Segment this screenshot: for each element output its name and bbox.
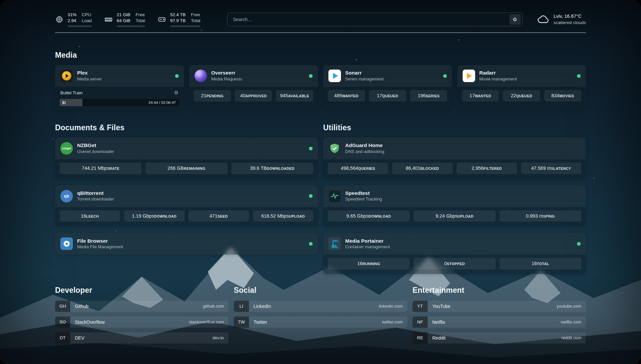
search-engine-button[interactable]: G xyxy=(509,14,521,25)
speedtest-header-link[interactable]: Speedtest Speedtest Tracking xyxy=(323,185,586,207)
overseerr-subtitle: Media Requests xyxy=(211,76,242,82)
bookmark-name: Twitter xyxy=(254,319,267,325)
stat-movies: 834MOVIES xyxy=(544,90,581,102)
qbittorrent-name: qBittorrent xyxy=(77,190,114,197)
portainer-crane-icon xyxy=(328,237,341,250)
plex-time: 24:44 / 02:06:47 xyxy=(148,101,179,105)
bookmark-netflix[interactable]: NF Netflix netflix.com xyxy=(412,317,586,328)
developer-bookmarks: Developer GH Github github.com SO StackO… xyxy=(55,286,229,348)
bookmark-url: github.com xyxy=(203,304,224,309)
portainer-status-dot xyxy=(577,242,581,246)
section-title-documents: Documents & Files xyxy=(55,123,318,132)
stat-stopped: 0STOPPED xyxy=(413,258,495,269)
bookmark-twitter[interactable]: TW Twitter twitter.com xyxy=(234,317,407,328)
cpu-label: CPU xyxy=(82,12,92,18)
filebrowser-header-link[interactable]: File Browser Media File Management xyxy=(55,233,318,255)
sonarr-subtitle: Series management xyxy=(345,76,383,82)
social-bookmarks: Social LI LinkedIn linkedin.com TW Twitt… xyxy=(234,286,407,348)
media-cards: Plex Media server Bullet Train ⚙ 24:44 /… xyxy=(55,65,586,110)
stars-decoration xyxy=(0,0,1,1)
plex-icon xyxy=(60,70,73,82)
radarr-name: Radarr xyxy=(479,70,517,76)
bookmark-dev[interactable]: DT DEV dev.to xyxy=(55,332,229,344)
bookmark-name: StackOverflow xyxy=(75,319,105,325)
bookmark-abbr: DT xyxy=(55,332,70,344)
qbittorrent-header-link[interactable]: qb qBittorrent Torrent downloader xyxy=(55,185,318,207)
bookmark-name: Reddit xyxy=(432,335,445,341)
disk-icon xyxy=(158,15,166,24)
weather-location-temp: Lviv, 16.87°C xyxy=(554,13,586,20)
memory-icon xyxy=(104,15,113,24)
portainer-subtitle: Container management xyxy=(345,244,390,250)
pause-icon[interactable] xyxy=(60,99,68,106)
disk-widget: 52.4 TB97.9 TB FreeTotal xyxy=(158,12,200,27)
stat-leech: 16LEECH xyxy=(60,210,120,222)
memory-total-value: 64 GiB xyxy=(117,18,130,24)
speedtest-waveform-icon xyxy=(328,190,341,202)
cpu-progress-bar xyxy=(68,25,92,27)
bookmark-abbr: LI xyxy=(234,301,249,312)
speedtest-subtitle: Speedtest Tracking xyxy=(345,197,382,202)
qbittorrent-subtitle: Torrent downloader xyxy=(77,197,114,202)
adguard-shield-icon xyxy=(328,142,341,155)
overseerr-name: Overseerr xyxy=(211,70,242,76)
bookmark-url: youtube.com xyxy=(557,304,581,309)
stat-wanted: 485WANTED xyxy=(328,90,365,102)
disk-progress-bar xyxy=(170,25,200,27)
disk-total-label: Total xyxy=(191,18,200,24)
cpu-load-label: Load xyxy=(82,18,92,24)
stat-running: 16RUNNING xyxy=(328,258,410,269)
search-bar: G xyxy=(227,13,522,26)
bookmark-github[interactable]: GH Github github.com xyxy=(55,301,229,312)
stat-series: 196SERIES xyxy=(410,90,447,102)
stat-download: 1.19 GbpsDOWNLOAD xyxy=(124,210,184,222)
entertainment-bookmarks: Entertainment YT YouTube youtube.com NF … xyxy=(412,286,586,348)
portainer-name: Media Portainer xyxy=(345,238,390,244)
bookmark-youtube[interactable]: YT YouTube youtube.com xyxy=(412,301,586,312)
stat-queued: 17QUEUED xyxy=(369,90,406,102)
card-plex: Plex Media server Bullet Train ⚙ 24:44 /… xyxy=(55,65,184,110)
adguard-header-link[interactable]: AdGuard Home DNS and adblocking xyxy=(323,137,586,159)
radarr-header-link[interactable]: Radarr Movie management xyxy=(457,65,586,87)
stat-remaining: 266 GBREMAINING xyxy=(145,163,227,174)
card-sonarr: Sonarr Series management 485WANTED 17QUE… xyxy=(323,65,452,110)
card-speedtest: Speedtest Speedtest Tracking 9.65 GbpsDO… xyxy=(323,185,586,227)
bookmark-linkedin[interactable]: LI LinkedIn linkedin.com xyxy=(234,301,407,312)
bookmark-abbr: YT xyxy=(412,301,428,312)
memory-free-value: 21 GiB xyxy=(117,12,130,18)
nzbget-header-link[interactable]: nzbget NZBGet Usenet downloader xyxy=(55,137,318,159)
plex-progress-bar[interactable]: 24:44 / 02:06:47 xyxy=(60,99,179,106)
nzbget-name: NZBGet xyxy=(77,142,114,149)
plex-header-link[interactable]: Plex Media server xyxy=(55,65,184,87)
dashboard-screen: 31%2.94 CPULoad 21 GiB64 GiB FreeTotal xyxy=(0,0,641,364)
stat-upload: 9.24 GbpsUPLOAD xyxy=(413,210,495,222)
bookmark-stackoverflow[interactable]: SO StackOverflow stackoverflow.com xyxy=(55,317,229,328)
bookmark-url: netflix.com xyxy=(561,319,581,324)
bookmark-reddit[interactable]: RE Reddit reddit.com xyxy=(412,332,586,344)
qbittorrent-icon: qb xyxy=(60,190,73,202)
nzbget-status-dot xyxy=(309,147,313,150)
bookmark-url: twitter.com xyxy=(382,319,403,324)
portainer-header-link[interactable]: Media Portainer Container management xyxy=(323,233,586,255)
qbittorrent-status-dot xyxy=(309,194,313,198)
stat-approved: 40APPROVED xyxy=(235,90,272,102)
memory-total-label: Total xyxy=(136,18,145,24)
sonarr-status-dot xyxy=(443,74,447,78)
plex-status-dot xyxy=(175,74,179,78)
search-input[interactable] xyxy=(233,17,509,22)
stat-downloaded: 39.6 TBDOWNLOADED xyxy=(231,163,313,174)
weather-condition: scattered clouds xyxy=(554,20,586,26)
overseerr-header-link[interactable]: Overseerr Media Requests xyxy=(189,65,318,87)
adguard-subtitle: DNS and adblocking xyxy=(345,149,384,155)
bookmark-url: stackoverflow.com xyxy=(189,319,224,324)
stat-seed: 471SEED xyxy=(189,210,249,222)
plex-subtitle: Media server xyxy=(77,76,102,82)
gear-icon[interactable]: ⚙ xyxy=(174,90,178,96)
stat-download: 9.65 GbpsDOWNLOAD xyxy=(328,210,410,222)
sonarr-header-link[interactable]: Sonarr Series management xyxy=(323,65,452,87)
bookmark-abbr: GH xyxy=(55,301,70,312)
cloud-icon xyxy=(537,13,550,26)
filebrowser-status-dot xyxy=(309,242,313,246)
stat-total: 16TOTAL xyxy=(500,258,581,269)
card-adguard: AdGuard Home DNS and adblocking 498,564Q… xyxy=(323,137,586,179)
